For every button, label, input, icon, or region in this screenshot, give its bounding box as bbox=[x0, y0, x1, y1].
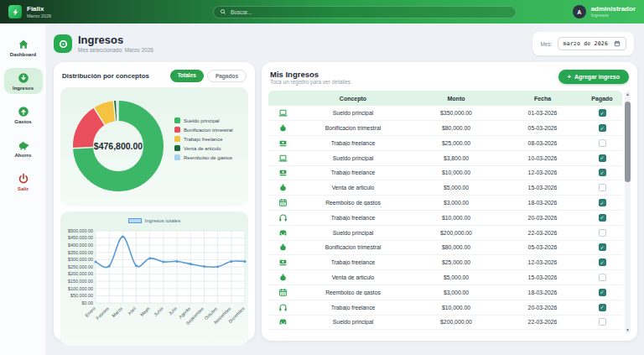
monto-cell: $10,000.00 bbox=[409, 305, 503, 311]
pagado-checkbox[interactable]: ✓ bbox=[599, 124, 606, 132]
month-label: Mes: bbox=[540, 41, 552, 47]
pagado-checkbox[interactable]: ✓ bbox=[599, 169, 606, 176]
fecha-cell: 18-03-2026 bbox=[503, 200, 582, 206]
table-row[interactable]: Trabajo freelance$10,000.0020-03-2026✓ bbox=[268, 300, 622, 316]
pagado-checkbox[interactable] bbox=[599, 318, 606, 326]
scrollbar-thumb[interactable] bbox=[625, 102, 631, 182]
sidebar-item-gastos[interactable]: Gastos bbox=[4, 102, 43, 128]
moneybag-icon bbox=[268, 243, 297, 252]
table-row[interactable]: Sueldo principal$350,000.0001-03-2026✓ bbox=[268, 106, 622, 121]
sidebar-item-salir[interactable]: Salir bbox=[4, 169, 43, 195]
legend-item: Sueldo principal bbox=[174, 117, 233, 123]
handshake-icon bbox=[268, 168, 297, 177]
pagado-checkbox[interactable] bbox=[599, 184, 606, 191]
search-placeholder: Buscar... bbox=[231, 9, 252, 15]
handshake-icon bbox=[268, 138, 297, 148]
fecha-cell: 22-03-2026 bbox=[503, 230, 582, 236]
line-legend-label: Ingresos totales bbox=[145, 218, 180, 223]
legend-swatch bbox=[174, 154, 180, 160]
column-header-monto: Monto bbox=[409, 96, 503, 102]
table-row[interactable]: Trabajo freelance$25,000.0012-03-2026✓ bbox=[268, 255, 622, 270]
moneybag-icon bbox=[268, 273, 297, 282]
sidebar-item-dashboard[interactable]: Dashboard bbox=[4, 34, 43, 60]
donut-total: $476,800.00 bbox=[94, 141, 143, 151]
concepto-cell: Venta de articulo bbox=[297, 185, 409, 191]
monto-cell: $3,000.00 bbox=[409, 290, 503, 295]
distribution-panel: Distribución por conceptos Totales Pagad… bbox=[54, 62, 255, 341]
scroll-down-icon[interactable]: ▼ bbox=[625, 328, 631, 332]
legend-item: Trabajo freelance bbox=[174, 136, 233, 142]
pagado-cell: ✓ bbox=[582, 124, 622, 132]
table-row[interactable]: Sueldo principal$3,800.0010-03-2026✓ bbox=[268, 151, 622, 166]
totales-pagados-toggle: Totales Pagados bbox=[170, 70, 247, 82]
table-row[interactable]: Sueldo principal$200,000.0022-03-2026 bbox=[268, 226, 622, 241]
topbar: Fialix Marzo 2026 Buscar... A administra… bbox=[0, 0, 644, 23]
monto-cell: $3,800.00 bbox=[409, 155, 503, 161]
pagado-checkbox[interactable]: ✓ bbox=[599, 109, 606, 117]
moneybag-icon bbox=[268, 123, 297, 133]
monto-cell: $350,000.00 bbox=[409, 110, 503, 116]
monto-cell: $10,000.00 bbox=[409, 170, 503, 175]
concepto-cell: Reembolso de gastos bbox=[297, 200, 409, 206]
legend-item: Venta de articulo bbox=[174, 145, 233, 151]
concepto-cell: Trabajo freelance bbox=[297, 140, 409, 146]
table-row[interactable]: Trabajo freelance$10,000.0020-03-2026✓ bbox=[268, 211, 622, 226]
toggle-totales[interactable]: Totales bbox=[170, 70, 204, 82]
table-row[interactable]: Bonificacion trimestral$80,000.0005-03-2… bbox=[268, 121, 622, 136]
table-row[interactable]: Bonificacion trimestral$80,000.0005-03-2… bbox=[268, 241, 622, 256]
svg-text:$250,000.00: $250,000.00 bbox=[68, 264, 93, 269]
svg-text:Marzo: Marzo bbox=[111, 305, 123, 318]
pagado-cell bbox=[582, 274, 622, 281]
svg-text:Julio: Julio bbox=[168, 305, 178, 316]
concepto-cell: Sueldo principal bbox=[297, 155, 409, 161]
scroll-up-icon[interactable]: ▲ bbox=[625, 92, 631, 97]
pagado-checkbox[interactable] bbox=[599, 229, 606, 237]
pagado-checkbox[interactable]: ✓ bbox=[599, 289, 606, 296]
column-header-fecha: Fecha bbox=[503, 96, 582, 102]
pagado-cell: ✓ bbox=[582, 304, 622, 311]
table-row[interactable]: Trabajo freelance$25,000.0008-03-2026 bbox=[268, 136, 622, 151]
fecha-cell: 15-03-2026 bbox=[503, 274, 582, 280]
pagado-checkbox[interactable]: ✓ bbox=[599, 199, 606, 206]
pagado-checkbox[interactable]: ✓ bbox=[599, 258, 606, 266]
user-menu[interactable]: A administrador Ingresos bbox=[573, 5, 636, 18]
pagado-checkbox[interactable]: ✓ bbox=[599, 304, 606, 311]
month-input[interactable]: marzo de 2026 bbox=[558, 37, 626, 50]
svg-text:$500,000.00: $500,000.00 bbox=[68, 228, 93, 233]
incomes-table: ConceptoMontoFechaPagado Sueldo principa… bbox=[268, 91, 631, 336]
table-row[interactable]: Venta de articulo$5,000.0015-03-2026 bbox=[268, 180, 622, 196]
pagado-cell: ✓ bbox=[582, 109, 622, 117]
pagado-checkbox[interactable] bbox=[599, 139, 606, 147]
app-period: Marzo 2026 bbox=[27, 13, 51, 18]
table-scrollbar[interactable]: ▲ ▼ bbox=[625, 91, 631, 334]
concepto-cell: Trabajo freelance bbox=[297, 170, 409, 175]
table-row[interactable]: Reembolso de gastos$3,000.0018-03-2026✓ bbox=[268, 196, 622, 211]
sidebar-item-ahorro[interactable]: Ahorro bbox=[4, 135, 43, 161]
pagado-checkbox[interactable]: ✓ bbox=[599, 214, 606, 222]
table-row[interactable]: Trabajo freelance$10,000.0012-03-2026✓ bbox=[268, 166, 622, 181]
user-name: administrador bbox=[591, 6, 636, 13]
fecha-cell: 12-03-2026 bbox=[503, 170, 582, 175]
add-income-button[interactable]: + Agregar ingreso bbox=[558, 70, 629, 84]
svg-text:Febrero: Febrero bbox=[95, 305, 110, 321]
toggle-pagados[interactable]: Pagados bbox=[207, 70, 247, 82]
table-row[interactable]: Reembolso de gastos$3,000.0018-03-2026✓ bbox=[268, 285, 622, 300]
svg-text:$50,000.00: $50,000.00 bbox=[70, 293, 93, 298]
sidebar-item-ingresos[interactable]: Ingresos bbox=[4, 68, 43, 94]
pagado-checkbox[interactable]: ✓ bbox=[599, 154, 606, 162]
search-input[interactable]: Buscar... bbox=[213, 6, 517, 18]
pagado-cell: ✓ bbox=[582, 169, 622, 176]
concepto-cell: Trabajo freelance bbox=[297, 259, 409, 265]
pagado-checkbox[interactable] bbox=[599, 274, 606, 281]
monto-cell: $25,000.00 bbox=[409, 140, 503, 146]
column-header-pagado: Pagado bbox=[582, 96, 622, 102]
svg-text:Mayo: Mayo bbox=[139, 305, 151, 317]
pagado-checkbox[interactable]: ✓ bbox=[599, 243, 606, 251]
concepto-cell: Bonificacion trimestral bbox=[297, 125, 409, 131]
laptop-icon bbox=[268, 108, 297, 117]
line-chart: $0.00$50,000.00$100,000.00$150,000.00$20… bbox=[60, 226, 250, 347]
table-row[interactable]: Sueldo principal$200,000.0022-03-2026 bbox=[268, 316, 622, 331]
monto-cell: $5,000.00 bbox=[409, 274, 503, 280]
table-row[interactable]: Venta de articulo$5,000.0015-03-2026 bbox=[268, 270, 622, 285]
line-chart-card: Ingresos totales $0.00$50,000.00$100,000… bbox=[60, 211, 248, 346]
